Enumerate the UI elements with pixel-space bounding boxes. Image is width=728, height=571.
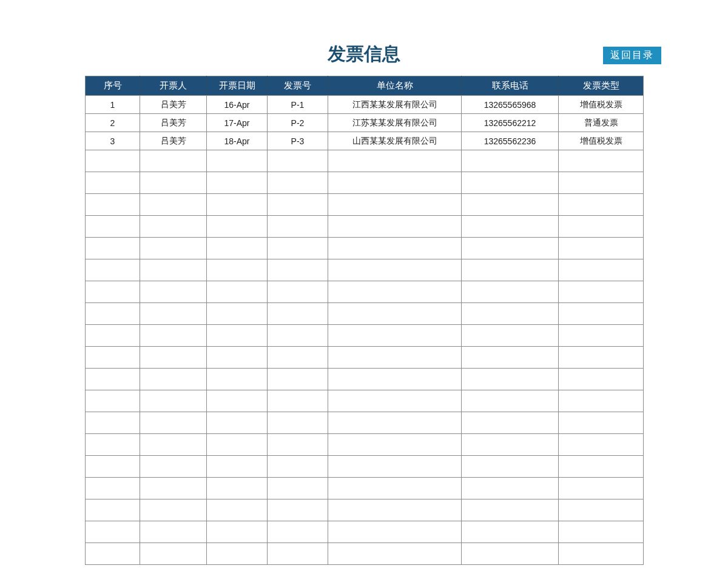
cell-empty — [140, 238, 207, 259]
cell-empty — [268, 521, 328, 543]
back-to-contents-button[interactable]: 返回目录 — [603, 47, 661, 64]
cell-empty — [86, 456, 140, 478]
cell-empty — [462, 194, 559, 216]
cell-empty — [462, 434, 559, 456]
cell-empty — [268, 369, 328, 390]
cell-empty — [268, 303, 328, 325]
cell-empty — [140, 259, 207, 281]
cell-empty — [207, 478, 268, 499]
cell-empty — [268, 259, 328, 281]
col-header-issuer: 开票人 — [140, 76, 207, 96]
cell-empty — [86, 390, 140, 412]
table-row-empty — [86, 478, 644, 499]
invoice-table-container: 序号 开票人 开票日期 发票号 单位名称 联系电话 发票类型 1吕美芳16-Ap… — [85, 76, 643, 565]
table-row-empty — [86, 150, 644, 172]
cell-empty — [559, 521, 644, 543]
cell-issuer: 吕美芳 — [140, 96, 207, 114]
cell-empty — [86, 347, 140, 369]
cell-empty — [207, 456, 268, 478]
cell-empty — [559, 390, 644, 412]
cell-empty — [140, 543, 207, 565]
cell-empty — [559, 281, 644, 303]
cell-empty — [140, 499, 207, 521]
cell-empty — [140, 369, 207, 390]
table-header-row: 序号 开票人 开票日期 发票号 单位名称 联系电话 发票类型 — [86, 76, 644, 96]
cell-empty — [559, 369, 644, 390]
cell-empty — [462, 150, 559, 172]
table-row-empty — [86, 259, 644, 281]
cell-empty — [207, 412, 268, 434]
cell-empty — [328, 259, 462, 281]
cell-empty — [559, 325, 644, 347]
cell-no: P-2 — [268, 114, 328, 132]
col-header-phone: 联系电话 — [462, 76, 559, 96]
cell-empty — [140, 150, 207, 172]
cell-empty — [268, 150, 328, 172]
cell-type: 普通发票 — [559, 114, 644, 132]
cell-seq: 2 — [86, 114, 140, 132]
cell-empty — [140, 325, 207, 347]
cell-empty — [328, 194, 462, 216]
cell-empty — [268, 325, 328, 347]
cell-phone: 13265562212 — [462, 114, 559, 132]
cell-empty — [86, 194, 140, 216]
cell-empty — [86, 478, 140, 499]
cell-empty — [328, 478, 462, 499]
cell-empty — [328, 216, 462, 238]
cell-empty — [559, 216, 644, 238]
cell-empty — [86, 412, 140, 434]
cell-empty — [328, 521, 462, 543]
cell-type: 增值税发票 — [559, 96, 644, 114]
cell-type: 增值税发票 — [559, 132, 644, 150]
table-row-empty — [86, 499, 644, 521]
cell-empty — [559, 194, 644, 216]
cell-empty — [328, 347, 462, 369]
cell-empty — [207, 281, 268, 303]
cell-empty — [559, 412, 644, 434]
cell-date: 16-Apr — [207, 96, 268, 114]
cell-empty — [86, 150, 140, 172]
cell-empty — [268, 499, 328, 521]
cell-empty — [207, 347, 268, 369]
cell-seq: 3 — [86, 132, 140, 150]
cell-empty — [462, 238, 559, 259]
cell-empty — [207, 216, 268, 238]
table-row: 3吕美芳18-AprP-3山西某某发展有限公司13265562236增值税发票 — [86, 132, 644, 150]
cell-empty — [140, 456, 207, 478]
cell-unit: 江苏某某发展有限公司 — [328, 114, 462, 132]
cell-unit: 江西某某发展有限公司 — [328, 96, 462, 114]
cell-empty — [268, 412, 328, 434]
cell-empty — [559, 347, 644, 369]
cell-empty — [268, 478, 328, 499]
cell-empty — [328, 281, 462, 303]
table-row-empty — [86, 281, 644, 303]
cell-empty — [140, 194, 207, 216]
cell-empty — [462, 456, 559, 478]
cell-empty — [559, 238, 644, 259]
table-row-empty — [86, 194, 644, 216]
cell-empty — [207, 150, 268, 172]
cell-empty — [328, 543, 462, 565]
cell-empty — [462, 347, 559, 369]
cell-empty — [462, 303, 559, 325]
cell-empty — [207, 325, 268, 347]
cell-empty — [207, 390, 268, 412]
cell-empty — [207, 434, 268, 456]
page-title: 发票信息 — [328, 42, 400, 67]
table-row-empty — [86, 434, 644, 456]
cell-empty — [86, 434, 140, 456]
cell-empty — [559, 150, 644, 172]
cell-empty — [328, 150, 462, 172]
cell-empty — [559, 259, 644, 281]
cell-empty — [462, 172, 559, 194]
cell-empty — [86, 499, 140, 521]
cell-empty — [462, 216, 559, 238]
cell-empty — [86, 216, 140, 238]
cell-empty — [462, 521, 559, 543]
cell-phone: 13265565968 — [462, 96, 559, 114]
cell-empty — [207, 499, 268, 521]
cell-empty — [328, 325, 462, 347]
cell-empty — [268, 238, 328, 259]
cell-empty — [328, 369, 462, 390]
table-row-empty — [86, 390, 644, 412]
